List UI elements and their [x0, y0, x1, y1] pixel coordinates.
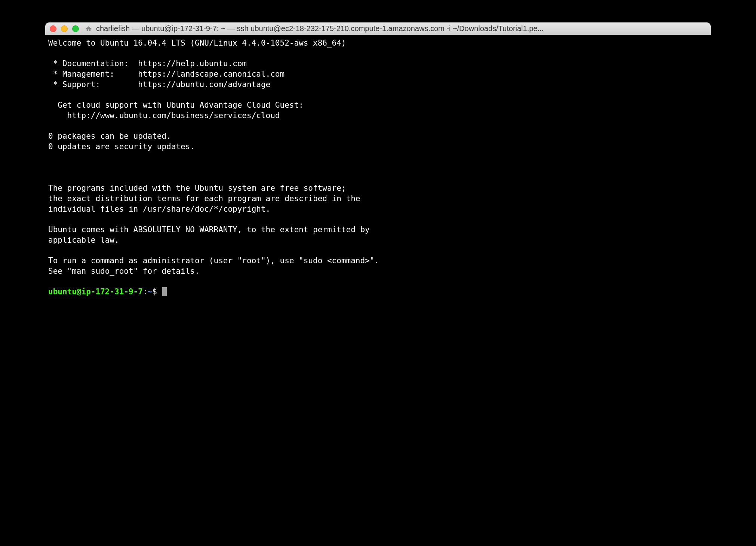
terminal-content[interactable]: Welcome to Ubuntu 16.04.4 LTS (GNU/Linux… — [45, 35, 711, 486]
prompt-path: ~ — [148, 287, 153, 296]
prompt-dollar: $ — [152, 287, 162, 296]
maximize-button[interactable] — [72, 25, 79, 32]
motd-line: applicable law. — [48, 236, 119, 245]
minimize-button[interactable] — [61, 25, 68, 32]
motd-line: 0 packages can be updated. — [48, 132, 171, 141]
prompt-colon: : — [143, 287, 148, 296]
motd-line: See "man sudo_root" for details. — [48, 267, 200, 276]
motd-line: the exact distribution terms for each pr… — [48, 194, 360, 203]
motd-line: Ubuntu comes with ABSOLUTELY NO WARRANTY… — [48, 225, 370, 234]
home-icon — [85, 25, 92, 33]
motd-line: 0 updates are security updates. — [48, 142, 195, 151]
close-button[interactable] — [50, 25, 56, 32]
motd-line: To run a command as administrator (user … — [48, 256, 379, 265]
window-title: charliefish — ubuntu@ip-172-31-9-7: ~ — … — [96, 24, 706, 33]
motd-line: * Management: https://landscape.canonica… — [48, 70, 285, 79]
motd-line: The programs included with the Ubuntu sy… — [48, 184, 346, 193]
prompt-user-host: ubuntu@ip-172-31-9-7 — [48, 287, 143, 296]
motd-line: * Documentation: https://help.ubuntu.com — [48, 59, 247, 68]
motd-line: * Support: https://ubuntu.com/advantage — [48, 80, 270, 89]
cursor — [162, 287, 167, 296]
motd-line: Get cloud support with Ubuntu Advantage … — [48, 101, 304, 110]
terminal-window: charliefish — ubuntu@ip-172-31-9-7: ~ — … — [45, 22, 711, 486]
traffic-lights — [50, 25, 79, 32]
motd-line: http://www.ubuntu.com/business/services/… — [48, 111, 280, 120]
motd-line: individual files in /usr/share/doc/*/cop… — [48, 205, 270, 214]
motd-line: Welcome to Ubuntu 16.04.4 LTS (GNU/Linux… — [48, 39, 346, 47]
titlebar[interactable]: charliefish — ubuntu@ip-172-31-9-7: ~ — … — [45, 22, 711, 35]
